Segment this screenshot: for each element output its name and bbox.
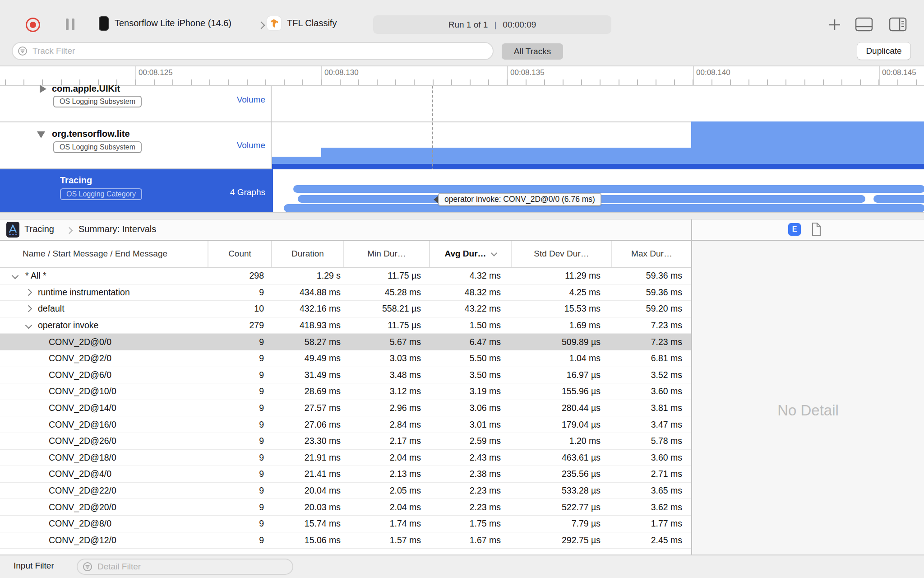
record-button[interactable]: [26, 18, 40, 32]
cell-count: 9: [208, 436, 271, 446]
track-header-tensorflow[interactable]: org.tensorflow.lite OS Logging Subsystem…: [0, 121, 271, 169]
time-ruler[interactable]: 00:08.12500:08.13000:08.13500:08.14000:0…: [0, 66, 924, 86]
track-meta-volume[interactable]: Volume: [211, 95, 265, 105]
cell-avg-duration: 48.32 ms: [429, 287, 511, 298]
cell-count: 9: [208, 452, 271, 463]
cell-duration: 31.49 ms: [271, 370, 343, 380]
table-row[interactable]: operator invoke279418.93 ms11.75 µs1.50 …: [0, 317, 691, 334]
table-row[interactable]: CONV_2D@6/0931.49 ms3.48 ms3.50 ms16.97 …: [0, 367, 691, 384]
ruler-label: 00:08.135: [510, 68, 545, 77]
column-header-max-duration[interactable]: Max Dur…: [611, 241, 691, 267]
column-header-stddev-duration[interactable]: Std Dev Dur…: [511, 241, 611, 267]
table-header-row: Name / Start Message / End Message Count…: [0, 241, 691, 268]
table-row[interactable]: CONV_2D@2/0949.49 ms3.03 ms5.50 ms1.04 m…: [0, 350, 691, 367]
row-name: CONV_2D@26/0: [0, 436, 116, 446]
table-row[interactable]: CONV_2D@18/0921.91 ms2.04 ms2.43 ms463.6…: [0, 450, 691, 466]
no-detail-text: No Detail: [777, 402, 839, 419]
expert-info-button[interactable]: E: [788, 223, 801, 236]
table-row[interactable]: CONV_2D@26/0923.30 ms2.17 ms2.59 ms1.20 …: [0, 433, 691, 450]
toggle-bottom-pane-button[interactable]: [854, 17, 874, 33]
column-header-min-duration[interactable]: Min Dur…: [343, 241, 429, 267]
column-header-name[interactable]: Name / Start Message / End Message: [0, 241, 208, 267]
tensorflow-icon: [267, 16, 281, 30]
row-name: CONV_2D@20/0: [0, 502, 116, 513]
column-header-avg-duration[interactable]: Avg Dur…: [429, 241, 511, 267]
column-header-count[interactable]: Count: [208, 241, 271, 267]
all-tracks-button[interactable]: All Tracks: [502, 43, 563, 60]
row-name: CONV_2D@22/0: [0, 485, 116, 496]
table-row[interactable]: CONV_2D@20/0920.03 ms2.04 ms2.23 ms522.7…: [0, 499, 691, 516]
track-filter-input[interactable]: Track Filter: [12, 42, 494, 60]
disclosure-expanded-icon[interactable]: [37, 131, 45, 138]
track-header-uikit[interactable]: com.apple.UIKit OS Logging Subsystem Vol…: [0, 86, 271, 121]
sort-chevron-down-icon: [491, 250, 497, 256]
cell-max-duration: 6.81 ms: [611, 353, 691, 364]
target-selector[interactable]: TFL Classify: [287, 18, 337, 28]
detail-filter-input[interactable]: Detail Filter: [77, 559, 293, 575]
pause-icon: [66, 19, 69, 30]
cell-min-duration: 558.21 µs: [343, 303, 429, 314]
track-meta-volume[interactable]: Volume: [211, 140, 265, 150]
volume-step: [691, 121, 924, 164]
cell-min-duration: 2.04 ms: [343, 502, 429, 513]
cell-duration: 27.57 ms: [271, 403, 343, 413]
cell-duration: 23.30 ms: [271, 436, 343, 446]
table-row[interactable]: CONV_2D@10/0928.69 ms3.12 ms3.19 ms155.9…: [0, 383, 691, 400]
pause-button[interactable]: [66, 19, 74, 30]
cell-avg-duration: 2.23 ms: [429, 502, 511, 513]
interval-bar[interactable]: [293, 185, 924, 193]
column-header-duration[interactable]: Duration: [271, 241, 343, 267]
ruler-label: 00:08.145: [882, 68, 916, 77]
document-button[interactable]: [811, 222, 822, 238]
interval-bar[interactable]: [873, 195, 924, 203]
cell-stddev-duration: 280.44 µs: [511, 403, 611, 413]
cell-stddev-duration: 4.25 ms: [511, 287, 611, 298]
row-name: CONV_2D@0/0: [0, 337, 111, 347]
cell-name: CONV_2D@12/0: [0, 532, 208, 549]
interval-bar[interactable]: [284, 204, 924, 212]
cell-min-duration: 2.84 ms: [343, 420, 429, 430]
table-row[interactable]: CONV_2D@14/0927.57 ms2.96 ms3.06 ms280.4…: [0, 400, 691, 417]
table-row[interactable]: default10432.16 ms558.21 µs43.22 ms15.53…: [0, 301, 691, 317]
table-row[interactable]: CONV_2D@12/0915.06 ms1.57 ms1.67 ms292.7…: [0, 532, 691, 549]
cell-stddev-duration: 509.89 µs: [511, 337, 611, 347]
table-row[interactable]: CONV_2D@8/0915.74 ms1.74 ms1.75 ms7.79 µ…: [0, 516, 691, 532]
duplicate-button[interactable]: Duplicate: [857, 42, 910, 60]
cell-stddev-duration: 1.69 ms: [511, 320, 611, 331]
toggle-right-pane-button[interactable]: [888, 17, 908, 33]
track-meta-graphs[interactable]: 4 Graphs: [211, 187, 265, 197]
cell-avg-duration: 5.50 ms: [429, 353, 511, 364]
cell-max-duration: 59.36 ms: [611, 287, 691, 298]
device-selector[interactable]: Tensorflow Lite iPhone (14.6): [115, 18, 231, 28]
cell-count: 9: [208, 420, 271, 430]
breadcrumb-instrument[interactable]: Tracing: [24, 224, 54, 234]
tooltip-text: operator invoke: CONV_2D@0/0 (6.76 ms): [438, 193, 601, 206]
cell-stddev-duration: 155.96 µs: [511, 386, 611, 396]
add-instrument-button[interactable]: [827, 17, 842, 34]
volume-graph-lane[interactable]: [272, 121, 924, 169]
track-header-tracing[interactable]: Tracing OS Logging Category 4 Graphs: [0, 169, 273, 212]
cell-duration: 21.41 ms: [271, 469, 343, 479]
cell-min-duration: 1.57 ms: [343, 535, 429, 545]
cell-stddev-duration: 1.04 ms: [511, 353, 611, 364]
table-row[interactable]: runtime instrumentation9434.88 ms45.28 m…: [0, 284, 691, 301]
cell-avg-duration: 43.22 ms: [429, 303, 511, 314]
cell-count: 9: [208, 337, 271, 347]
table-row[interactable]: CONV_2D@0/0958.27 ms5.67 ms6.47 ms509.89…: [0, 334, 691, 350]
cell-avg-duration: 1.75 ms: [429, 518, 511, 529]
table-row[interactable]: CONV_2D@16/0927.06 ms2.84 ms3.01 ms179.0…: [0, 416, 691, 433]
track-badge: OS Logging Subsystem: [53, 96, 142, 107]
cell-stddev-duration: 533.28 µs: [511, 485, 611, 496]
table-row[interactable]: CONV_2D@4/0921.41 ms2.13 ms2.38 ms235.56…: [0, 466, 691, 483]
breadcrumb-view[interactable]: Summary: Intervals: [79, 224, 156, 234]
cell-min-duration: 1.74 ms: [343, 518, 429, 529]
row-name: CONV_2D@8/0: [0, 518, 111, 529]
cell-max-duration: 5.78 ms: [611, 436, 691, 446]
table-row[interactable]: * All *2981.29 s11.75 µs4.32 ms11.29 ms5…: [0, 268, 691, 284]
ruler-ticks: [0, 79, 924, 85]
pane-splitter[interactable]: [0, 212, 924, 219]
table-row[interactable]: CONV_2D@22/0920.04 ms2.05 ms2.23 ms533.2…: [0, 483, 691, 499]
disclosure-collapsed-icon[interactable]: [40, 85, 46, 93]
row-name: * All *: [0, 270, 46, 281]
row-name: default: [0, 303, 65, 314]
